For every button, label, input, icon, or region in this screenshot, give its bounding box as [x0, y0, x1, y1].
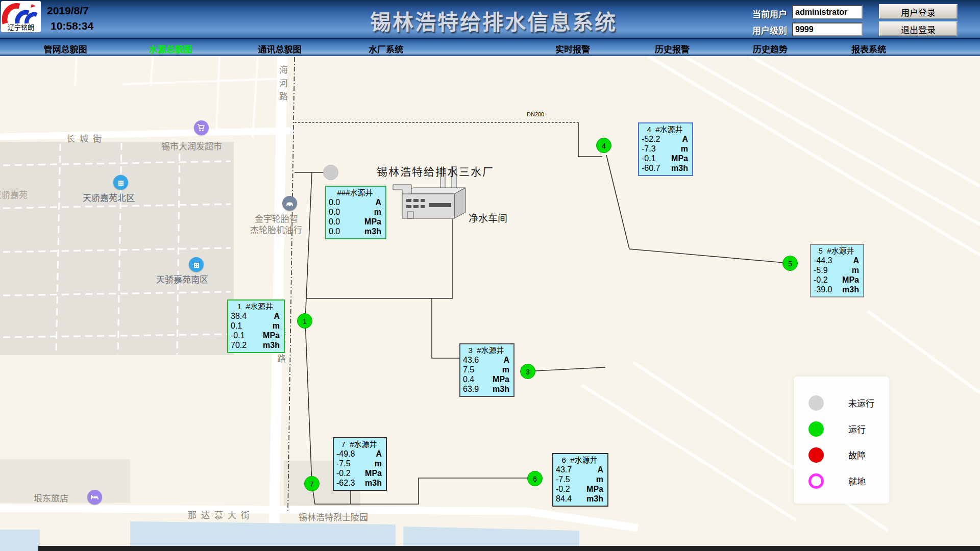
unit-amp: A: [274, 311, 280, 321]
area-tianjiao-label: 天骄嘉苑: [0, 188, 28, 201]
status-legend: 未运行 运行 故障 就地: [794, 377, 889, 504]
unit-m3h: m3h: [364, 227, 381, 236]
well-flow: 63.9: [463, 384, 479, 394]
well-current: 43.7: [556, 465, 572, 474]
unit-amp: A: [375, 197, 381, 207]
area-tianjiao-south-label: 天骄嘉苑南区: [156, 272, 208, 285]
well-title: 1 #水源井: [231, 302, 280, 311]
well-pressure: -0.2: [336, 468, 351, 478]
app-header: 辽宁铭朗 2019/8/7 10:58:34 锡林浩特给排水信息系统 当前用户 …: [0, 0, 980, 39]
unit-amp: A: [503, 355, 509, 365]
plant-title: 锡林浩特给排水三水厂: [377, 163, 494, 179]
legend-item-running: 运行: [794, 416, 889, 442]
current-time: 10:58:34: [47, 18, 93, 34]
current-date: 2019/8/7: [47, 3, 93, 18]
well-current: -52.2: [642, 134, 660, 144]
unit-m3h: m3h: [493, 384, 509, 394]
legend-label: 就地: [848, 474, 866, 487]
unit-meter: m: [681, 144, 688, 154]
well-panel-5: 5 #水源井 -44.3A -5.9m -0.2MPa -39.0m3h: [810, 244, 864, 297]
well-title: 5 #水源井: [814, 246, 859, 256]
logo-arcs-icon: [1, 1, 41, 24]
area-tianjiao-north-label: 天骄嘉苑北区: [83, 191, 135, 204]
nav-water-source-overview[interactable]: 水源总貌图: [149, 42, 192, 55]
current-user-label: 当前用户: [752, 7, 787, 20]
legend-label: 故障: [848, 448, 866, 461]
running-status-icon: [808, 421, 824, 437]
unit-amp: A: [376, 449, 382, 459]
well-panel-6: 6 #水源井 43.7A -7.5m -0.2MPa 84.4m3h: [552, 453, 608, 507]
nav-history-alarm[interactable]: 历史报警: [655, 42, 690, 55]
pipe-diameter-label: DN200: [527, 111, 544, 117]
unit-amp: A: [597, 465, 603, 474]
well-level: 0.1: [231, 321, 242, 331]
main-nav: 管网总貌图 水源总貌图 通讯总貌图 水厂系统 实时报警 历史报警 历史趋势 报表…: [0, 39, 980, 56]
local-status-icon: [808, 473, 824, 489]
well-node-6[interactable]: 6: [527, 471, 543, 486]
nav-realtime-alarm[interactable]: 实时报警: [555, 42, 590, 55]
unit-m3h: m3h: [365, 478, 382, 488]
well-flow: -39.0: [814, 285, 832, 294]
nav-water-plant-system[interactable]: 水厂系统: [369, 42, 403, 55]
well-panel-7: 7 #水源井 -49.8A -7.5m -0.2MPa -62.3m3h: [333, 437, 387, 491]
nav-history-trend[interactable]: 历史趋势: [753, 42, 788, 55]
unit-mpa: MPa: [671, 154, 688, 163]
logout-button[interactable]: 退出登录: [879, 21, 958, 36]
road-haihe-label-top: 海河路: [276, 65, 289, 105]
street-nadamu-label: 那达慕大街: [188, 508, 254, 521]
legend-item-local: 就地: [794, 468, 889, 494]
well-level: -7.5: [556, 474, 570, 484]
well-panel-unassigned: ###水源井 0.0A 0.0m 0.0MPa 0.0m3h: [325, 186, 386, 239]
nav-pipe-network-overview[interactable]: 管网总貌图: [44, 42, 87, 55]
well-pressure: 0.4: [463, 374, 474, 384]
workshop-label: 净水车间: [469, 211, 507, 224]
tire-shop-label-line2: 杰轮胎机油行: [250, 223, 302, 236]
nav-report-system[interactable]: 报表系统: [851, 42, 886, 55]
unit-meter: m: [502, 365, 509, 374]
well-pressure: -0.1: [642, 154, 656, 163]
well-node-idle[interactable]: [323, 165, 338, 180]
user-level-input[interactable]: [792, 22, 863, 36]
well-node-3[interactable]: 3: [520, 364, 535, 379]
unit-meter: m: [852, 265, 859, 275]
well-pressure: -0.1: [231, 331, 245, 340]
fault-status-icon: [808, 447, 824, 463]
unit-mpa: MPa: [263, 331, 280, 340]
unit-m3h: m3h: [586, 494, 603, 504]
well-panel-1: 1 #水源井 38.4A 0.1m -0.1MPa 70.2m3h: [227, 299, 285, 353]
well-pressure: 0.0: [329, 217, 340, 227]
unit-meter: m: [374, 207, 381, 217]
hotel-icon: [87, 490, 102, 505]
well-current: -44.3: [814, 256, 832, 265]
well-title: 4 #水源井: [642, 124, 688, 134]
well-level: -7.3: [642, 144, 656, 154]
unit-amp: A: [853, 256, 859, 265]
unit-mpa: MPa: [493, 374, 509, 384]
well-panel-3: 3 #水源井 43.6A 7.5m 0.4MPa 63.9m3h: [459, 343, 514, 397]
supermarket-icon: [194, 120, 209, 135]
well-flow: 84.4: [556, 494, 572, 504]
well-current: -49.8: [336, 449, 355, 459]
logo-text: 辽宁铭朗: [1, 22, 41, 32]
well-flow: 70.2: [231, 340, 247, 350]
street-changcheng-label: 长城街: [66, 132, 106, 144]
well-node-5[interactable]: 5: [782, 256, 798, 271]
well-title: 6 #水源井: [556, 455, 603, 465]
well-flow: -60.7: [642, 163, 660, 173]
auto-shop-icon: [282, 196, 297, 211]
well-current: 43.6: [463, 355, 479, 365]
well-node-1[interactable]: 1: [297, 313, 312, 329]
current-user-input[interactable]: [792, 5, 863, 19]
well-node-4[interactable]: 4: [596, 138, 611, 153]
unit-meter: m: [596, 474, 603, 484]
login-button[interactable]: 用户登录: [879, 4, 958, 19]
well-level: 0.0: [329, 207, 340, 217]
well-node-7[interactable]: 7: [304, 476, 320, 491]
residence-north-icon: [113, 175, 128, 190]
well-level: -7.5: [336, 459, 351, 468]
unit-mpa: MPa: [365, 468, 382, 478]
cemetery-label: 锡林浩特烈士陵园: [299, 510, 368, 523]
user-level-label: 用户级别: [752, 23, 787, 36]
legend-label: 未运行: [848, 396, 874, 409]
nav-comm-overview[interactable]: 通讯总貌图: [258, 42, 302, 55]
